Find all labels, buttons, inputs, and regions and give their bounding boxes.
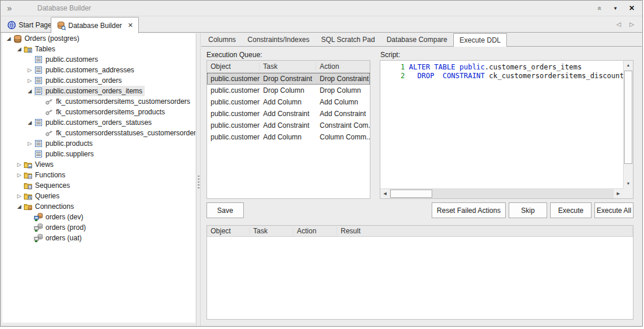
- tree-item-label: public.customers_orders_statuses: [46, 118, 152, 127]
- expander-collapsed-icon[interactable]: ▷: [26, 67, 34, 73]
- tree-item-views[interactable]: ▷Views: [2, 159, 195, 170]
- tab-constraints-indexes[interactable]: Constraints/Indexes: [242, 33, 315, 46]
- horizontal-scroll-thumb[interactable]: [390, 190, 432, 198]
- close-panel-icon[interactable]: ✕: [625, 1, 639, 16]
- expander-collapsed-icon[interactable]: ▷: [15, 172, 23, 178]
- expander-collapsed-icon[interactable]: ▷: [26, 78, 34, 83]
- expander-expanded-icon[interactable]: ◢: [15, 46, 23, 52]
- tree-item-fk-customersordersitems-customersorders[interactable]: fk_customersordersitems_customersorders: [2, 96, 195, 107]
- tab-execute-ddl[interactable]: Execute DDL: [453, 33, 508, 47]
- svg-text:12: 12: [28, 186, 32, 189]
- scroll-left-icon[interactable]: ◀: [380, 189, 390, 198]
- start-page-icon: [7, 20, 16, 30]
- expander-collapsed-icon[interactable]: ▷: [15, 193, 23, 199]
- sql-text: [409, 72, 417, 80]
- execute-all-button[interactable]: Execute All: [594, 202, 634, 218]
- tree-item-label: Connections: [35, 202, 74, 211]
- tree-item-public-customers-orders-statuses[interactable]: ◢public.customers_orders_statuses: [2, 117, 195, 128]
- queue-row[interactable]: public.customer...Drop ConstraintDrop Co…: [207, 73, 370, 85]
- tree-item-sequences[interactable]: 12Sequences: [2, 180, 195, 191]
- database-icon: [13, 34, 22, 43]
- tab-columns[interactable]: Columns: [202, 33, 242, 46]
- tree-item-fk-customersordersstatuses-customersorders[interactable]: fk_customersordersstatuses_customersorde…: [2, 128, 195, 138]
- scroll-down-icon[interactable]: ▼: [624, 179, 633, 188]
- tab-database-builder[interactable]: Database Builder ✕: [51, 17, 139, 33]
- expander-expanded-icon[interactable]: ◢: [15, 204, 23, 209]
- execute-button[interactable]: Execute: [550, 202, 592, 218]
- queue-cell: public.customer...: [207, 110, 260, 118]
- tab-database-compare[interactable]: Database Compare: [381, 33, 453, 46]
- tree-item-orders-postgres[interactable]: ◢Orders (postgres): [2, 33, 195, 44]
- scroll-up-icon[interactable]: ▲: [624, 61, 633, 70]
- expander-expanded-icon[interactable]: ◢: [26, 120, 34, 125]
- expander-collapsed-icon[interactable]: ▷: [15, 162, 23, 167]
- collapse-panel-icon[interactable]: »: [592, 1, 606, 16]
- panel-splitter[interactable]: [196, 33, 201, 326]
- expander-collapsed-icon[interactable]: ▷: [26, 141, 34, 146]
- column-header-result[interactable]: Result: [337, 227, 633, 236]
- queue-cell: Constraint Com...: [316, 121, 370, 130]
- queue-cell: Column Comm...: [316, 133, 370, 141]
- tree-item-body: fk_customersordersitems_products: [44, 107, 167, 117]
- tab-sql-scratch-pad[interactable]: SQL Scratch Pad: [315, 33, 380, 46]
- column-header-task[interactable]: Task: [260, 62, 316, 71]
- column-header-action[interactable]: Action: [316, 62, 370, 71]
- database-builder-window: » Database Builder » ▼ ✕ Start Page Data…: [0, 0, 643, 327]
- tree-item-label: Tables: [35, 45, 55, 53]
- tree-item-label: public.customers: [46, 55, 98, 64]
- vertical-scroll-thumb[interactable]: [624, 71, 632, 164]
- queue-row[interactable]: public.customer...Drop ColumnDrop Column: [207, 85, 370, 96]
- key-icon: [44, 97, 54, 106]
- column-header-object[interactable]: Object: [207, 227, 250, 236]
- script-editor: 1ALTER TABLE public.customers_orders_ite…: [380, 60, 634, 199]
- script-label: Script:: [380, 51, 400, 59]
- save-button[interactable]: Save: [206, 202, 244, 218]
- functions-folder-icon: fx: [23, 170, 33, 180]
- expander-expanded-icon[interactable]: ◢: [5, 36, 13, 41]
- tree-item-orders-uat[interactable]: orders (uat): [2, 233, 195, 243]
- tree-item-body: Orders (postgres): [13, 33, 82, 44]
- tree-item-connections[interactable]: ◢Connections: [2, 201, 195, 212]
- column-header-object[interactable]: Object: [207, 62, 260, 71]
- sequences-folder-icon: 12: [23, 181, 33, 190]
- script-horizontal-scrollbar[interactable]: ◀ ▶: [380, 188, 623, 198]
- table-icon: [34, 149, 43, 159]
- tree-item-public-customers-orders-items[interactable]: ◢public.customers_orders_items: [2, 86, 195, 96]
- column-header-task[interactable]: Task: [250, 227, 293, 236]
- tree-item-public-suppliers[interactable]: public.suppliers: [2, 149, 195, 159]
- queue-row[interactable]: public.customer...Add ConstraintConstrai…: [207, 120, 370, 131]
- tab-nav-arrows-icon[interactable]: ◁ ▷: [617, 21, 638, 27]
- key-icon: [44, 107, 54, 117]
- scroll-right-icon[interactable]: ▶: [614, 189, 623, 198]
- tree-item-tables[interactable]: ◢Tables: [2, 44, 195, 54]
- expander-expanded-icon[interactable]: ◢: [26, 88, 34, 94]
- jump-to-icon[interactable]: »: [7, 3, 12, 13]
- tree-item-public-customers-addresses[interactable]: ▷public.customers_addresses: [2, 65, 195, 75]
- queue-row[interactable]: public.customer...Add ColumnColumn Comm.…: [207, 131, 370, 143]
- execution-queue-header: Object Task Action: [207, 61, 370, 73]
- tree-item-fk-customersordersitems-products[interactable]: fk_customersordersitems_products: [2, 107, 195, 117]
- tree-item-orders-prod[interactable]: orders (prod): [2, 222, 195, 233]
- tree-item-body: fk_customersordersstatuses_customersorde…: [44, 128, 195, 138]
- tab-start-page[interactable]: Start Page: [2, 17, 57, 33]
- queue-row[interactable]: public.customer...Add ConstraintAdd Cons…: [207, 108, 370, 120]
- queue-cell: Add Column: [260, 133, 316, 141]
- queue-row[interactable]: public.customer...Add ColumnAdd Column: [207, 96, 370, 108]
- tree-item-public-customers-orders[interactable]: ▷public.customers_orders: [2, 75, 195, 86]
- skip-button[interactable]: Skip: [509, 202, 547, 218]
- tree-item-body: orders (prod): [34, 222, 88, 233]
- column-header-action[interactable]: Action: [293, 227, 337, 236]
- tree-item-public-products[interactable]: ▷public.products: [2, 138, 195, 149]
- tab-close-icon[interactable]: ✕: [128, 22, 133, 29]
- tree-item-orders-dev[interactable]: orders (dev): [2, 212, 195, 222]
- tree-item-queries[interactable]: ▷Queries: [2, 191, 195, 201]
- tree-item-functions[interactable]: ▷fxFunctions: [2, 170, 195, 180]
- panel-menu-dropdown-icon[interactable]: ▼: [608, 1, 622, 16]
- tree-item-label: public.products: [46, 139, 93, 148]
- tree-item-public-customers[interactable]: public.customers: [2, 54, 195, 65]
- script-vertical-scrollbar[interactable]: ▲ ▼: [623, 61, 633, 188]
- reset-failed-actions-button[interactable]: Reset Failed Actions: [432, 202, 506, 218]
- queue-cell: Add Constraint: [316, 110, 370, 118]
- sql-code-area[interactable]: 1ALTER TABLE public.customers_orders_ite…: [380, 61, 623, 188]
- window-title: Database Builder: [37, 1, 91, 16]
